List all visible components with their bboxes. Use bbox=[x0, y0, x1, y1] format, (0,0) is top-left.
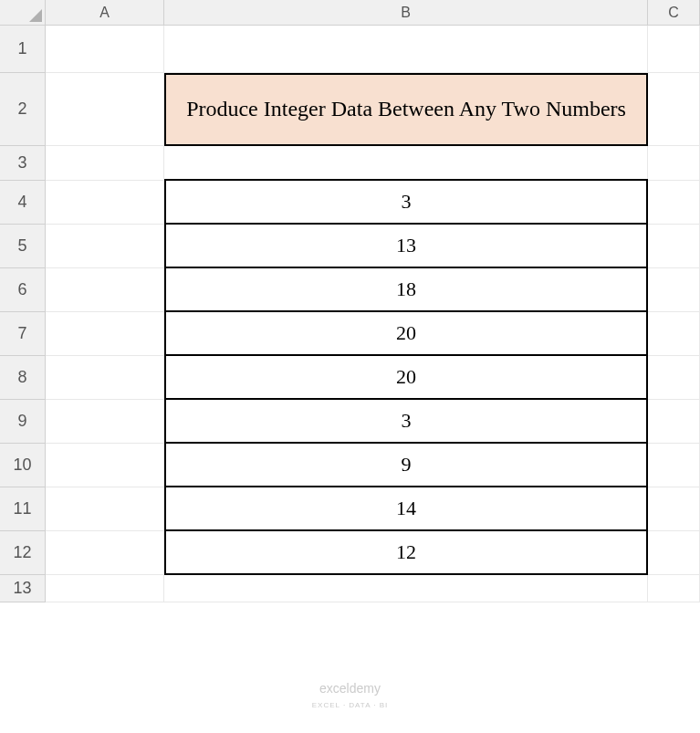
cell-c10[interactable] bbox=[648, 444, 700, 487]
select-all-corner[interactable] bbox=[0, 0, 46, 26]
cell-c2[interactable] bbox=[648, 73, 700, 146]
cell-c3[interactable] bbox=[648, 146, 700, 181]
watermark-main: exceldemy bbox=[319, 681, 381, 696]
row-header-11[interactable]: 11 bbox=[0, 487, 46, 531]
cell-a6[interactable] bbox=[46, 268, 164, 312]
data-cell-b5[interactable]: 13 bbox=[164, 223, 648, 268]
cell-c5[interactable] bbox=[648, 225, 700, 268]
cell-a4[interactable] bbox=[46, 181, 164, 225]
row-header-4[interactable]: 4 bbox=[0, 181, 46, 225]
spreadsheet-grid: A B C 1 2 Produce Integer Data Between A… bbox=[0, 0, 700, 602]
cell-b1[interactable] bbox=[164, 26, 648, 73]
cell-a7[interactable] bbox=[46, 312, 164, 356]
data-cell-b11[interactable]: 14 bbox=[164, 486, 648, 531]
title-cell[interactable]: Produce Integer Data Between Any Two Num… bbox=[164, 73, 648, 146]
cell-a12[interactable] bbox=[46, 531, 164, 575]
column-header-b[interactable]: B bbox=[164, 0, 648, 26]
cell-c8[interactable] bbox=[648, 356, 700, 400]
cell-c13[interactable] bbox=[648, 575, 700, 602]
row-header-8[interactable]: 8 bbox=[0, 356, 46, 400]
cell-c4[interactable] bbox=[648, 181, 700, 225]
cell-c12[interactable] bbox=[648, 531, 700, 575]
data-cell-b6[interactable]: 18 bbox=[164, 267, 648, 312]
row-header-7[interactable]: 7 bbox=[0, 312, 46, 356]
row-header-5[interactable]: 5 bbox=[0, 225, 46, 268]
cell-c6[interactable] bbox=[648, 268, 700, 312]
watermark-sub: EXCEL · DATA · BI bbox=[312, 701, 389, 709]
data-cell-b8[interactable]: 20 bbox=[164, 354, 648, 400]
cell-a5[interactable] bbox=[46, 225, 164, 268]
data-cell-b7[interactable]: 20 bbox=[164, 310, 648, 356]
row-header-9[interactable]: 9 bbox=[0, 400, 46, 444]
column-header-a[interactable]: A bbox=[46, 0, 164, 26]
cell-a3[interactable] bbox=[46, 146, 164, 181]
cell-a8[interactable] bbox=[46, 356, 164, 400]
row-header-12[interactable]: 12 bbox=[0, 531, 46, 575]
data-cell-b12[interactable]: 12 bbox=[164, 529, 648, 575]
cell-c9[interactable] bbox=[648, 400, 700, 444]
cell-c11[interactable] bbox=[648, 487, 700, 531]
row-header-13[interactable]: 13 bbox=[0, 575, 46, 602]
column-header-c[interactable]: C bbox=[648, 0, 700, 26]
data-cell-b10[interactable]: 9 bbox=[164, 442, 648, 487]
cell-a2[interactable] bbox=[46, 73, 164, 146]
cell-a9[interactable] bbox=[46, 400, 164, 444]
cell-a1[interactable] bbox=[46, 26, 164, 73]
cell-c7[interactable] bbox=[648, 312, 700, 356]
cell-c1[interactable] bbox=[648, 26, 700, 73]
row-header-1[interactable]: 1 bbox=[0, 26, 46, 73]
row-header-10[interactable]: 10 bbox=[0, 444, 46, 487]
cell-a11[interactable] bbox=[46, 487, 164, 531]
data-cell-b9[interactable]: 3 bbox=[164, 398, 648, 444]
cell-a10[interactable] bbox=[46, 444, 164, 487]
data-cell-b4[interactable]: 3 bbox=[164, 179, 648, 225]
cell-b13[interactable] bbox=[164, 575, 648, 602]
watermark: exceldemy EXCEL · DATA · BI bbox=[312, 681, 389, 710]
cell-b3[interactable] bbox=[164, 146, 648, 181]
row-header-3[interactable]: 3 bbox=[0, 146, 46, 181]
row-header-2[interactable]: 2 bbox=[0, 73, 46, 146]
row-header-6[interactable]: 6 bbox=[0, 268, 46, 312]
cell-a13[interactable] bbox=[46, 575, 164, 602]
